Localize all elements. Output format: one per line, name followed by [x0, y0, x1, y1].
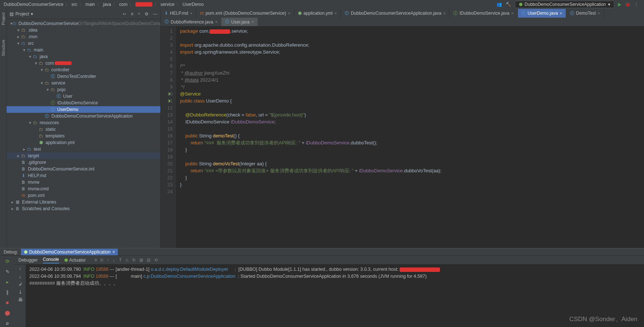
chevron-down-icon[interactable]: ▾: [31, 11, 33, 17]
tree-node[interactable]: ▸🗀.mvn: [7, 33, 160, 40]
editor-subtab[interactable]: ⒸDubboReference.java×: [161, 18, 221, 26]
tree-node[interactable]: ⒸUser: [7, 93, 160, 100]
tree-node[interactable]: ▾🗀resources: [7, 119, 160, 126]
toolbar-icon[interactable]: ⎌: [126, 258, 128, 263]
toolbar-icon[interactable]: ↓: [113, 258, 115, 263]
source-code[interactable]: package com..service; import org.apache.…: [176, 26, 441, 248]
close-icon[interactable]: ×: [334, 11, 336, 15]
tree-node[interactable]: 🗀static: [7, 126, 160, 133]
editor-tab[interactable]: ⒾIDubboDemoService.java×: [450, 9, 518, 18]
tree-node[interactable]: ▸⊞External Libraries: [7, 199, 160, 205]
tree-node[interactable]: 🗎DubboDemoConsumerService.iml: [7, 166, 160, 172]
toolbar-icon[interactable]: ⟲: [154, 258, 158, 263]
close-icon[interactable]: ×: [251, 19, 254, 25]
down-icon[interactable]: ↓: [19, 274, 22, 279]
editor-tab[interactable]: ⒸDemoTest×: [566, 9, 604, 18]
close-icon[interactable]: ×: [112, 249, 115, 255]
rerun-icon[interactable]: ⟳: [3, 257, 11, 265]
breadcrumb-item[interactable]: DubboDemoConsumerService: [4, 2, 63, 7]
editor-tab[interactable]: mpom.xml (DubboDemoConsumerService)×: [196, 9, 294, 18]
project-tree[interactable]: ▾🗀DubboDemoConsumerService D:\Tangbull\W…: [7, 19, 160, 248]
tree-node[interactable]: ▾🗀com: [7, 60, 160, 67]
tree-node[interactable]: 🗀templates: [7, 133, 160, 139]
debug-tab-actuator[interactable]: ⬢Actuator: [64, 258, 86, 263]
project-strip[interactable]: Project: [1, 12, 6, 25]
close-icon[interactable]: ×: [215, 19, 218, 25]
tree-node[interactable]: mpom.xml: [7, 192, 160, 199]
debug-tab-debugger[interactable]: Debugger: [18, 258, 38, 263]
tree-node[interactable]: ▾🗀pojo: [7, 86, 160, 93]
tree-node[interactable]: ⒸDemoTestController: [7, 73, 160, 80]
code-editor[interactable]: 12345678910●11●1213141516171819202122232…: [161, 26, 644, 248]
tree-node[interactable]: ▾🗀main: [7, 47, 160, 53]
tree-node[interactable]: ▾🗀java: [7, 53, 160, 60]
build-icon[interactable]: 🔨: [506, 2, 511, 7]
toolbar-icon[interactable]: ↻: [132, 258, 136, 263]
scroll-end-icon[interactable]: ⤓: [18, 289, 22, 295]
mute-bp-icon[interactable]: ⌀: [3, 319, 11, 327]
breadcrumb-item[interactable]: service: [160, 2, 174, 7]
up-icon[interactable]: ↑: [19, 266, 22, 272]
console-output[interactable]: 2022-04-06 10:35:09.790 INFO 19588 --- […: [26, 265, 644, 327]
editor-subtab[interactable]: ⒸUser.java×: [221, 18, 258, 26]
close-icon[interactable]: ×: [190, 11, 192, 15]
breadcrumb-item[interactable]: [135, 2, 152, 7]
stop-icon[interactable]: ■: [3, 298, 11, 306]
settings-icon[interactable]: ⚙: [145, 11, 149, 17]
breadcrumb[interactable]: DubboDemoConsumerService〉src〉main〉java〉c…: [0, 1, 204, 8]
close-icon[interactable]: ×: [443, 11, 445, 15]
tree-node[interactable]: ▸🗎Scratches and Consoles: [7, 205, 160, 212]
debug-app-tab[interactable]: ⬢ DubboDemoConsumerServiceApplication ×: [21, 249, 118, 255]
editor-tab[interactable]: ⒸDubboDemoConsumerServiceApplication.jav…: [341, 9, 450, 18]
soft-wrap-icon[interactable]: ↲: [18, 281, 22, 287]
tree-node[interactable]: ⒸDubboDemoConsumerServiceApplication: [7, 113, 160, 119]
toolbar-icon[interactable]: ≡: [94, 258, 97, 263]
close-icon[interactable]: ×: [511, 11, 513, 15]
tree-node[interactable]: ▾🗀src: [7, 40, 160, 47]
expand-all-icon[interactable]: ≡: [131, 11, 133, 17]
breadcrumb-item[interactable]: main: [85, 2, 95, 7]
editor-tab[interactable]: ⒸUserDemo.java×: [518, 9, 566, 18]
breadcrumb-item[interactable]: java: [103, 2, 111, 7]
breadcrumb-item[interactable]: com: [119, 2, 128, 7]
tree-node[interactable]: 🗎mvnw.cmd: [7, 186, 160, 192]
breadcrumb-item[interactable]: UserDemo: [182, 2, 203, 7]
toolbar-icon[interactable]: ↑: [107, 258, 109, 263]
run-config-select[interactable]: ⬢ DubboDemoConsumerServiceApplication ▾: [515, 1, 614, 8]
editor-tab[interactable]: ⬇HELP.md×: [161, 9, 196, 18]
tree-node[interactable]: ⬇HELP.md: [7, 172, 160, 179]
pause-icon[interactable]: ∥: [3, 288, 11, 296]
tree-node[interactable]: ▾🗀.idea: [7, 27, 160, 33]
run-icon[interactable]: ▶: [618, 2, 621, 7]
tree-node[interactable]: ⒸUserDemo: [7, 106, 160, 113]
debug-icon[interactable]: 🐞: [625, 2, 630, 7]
gutter[interactable]: 12345678910●11●1213141516171819202122232…: [161, 26, 176, 248]
editor-tab[interactable]: ⬢application.yml×: [294, 9, 341, 18]
tree-node[interactable]: 🗎mvnw: [7, 179, 160, 186]
collapse-all-icon[interactable]: ÷: [138, 11, 140, 17]
more-icon[interactable]: ⋮: [634, 2, 638, 7]
tree-node[interactable]: ▸🗀test: [7, 146, 160, 152]
close-icon[interactable]: ×: [288, 11, 290, 15]
toolbar-icon[interactable]: ⊟: [147, 258, 150, 263]
close-icon[interactable]: ×: [598, 11, 600, 15]
print-icon[interactable]: 🖶: [18, 297, 23, 302]
tree-node[interactable]: ⬢application.yml: [7, 139, 160, 146]
toolbar-icon[interactable]: ⤒: [119, 258, 122, 263]
tree-node[interactable]: ▾🗀service: [7, 80, 160, 86]
people-icon[interactable]: 👥: [496, 2, 502, 7]
modify-icon[interactable]: ✎: [3, 267, 11, 276]
breadcrumb-item[interactable]: src: [72, 2, 77, 7]
close-icon[interactable]: ×: [560, 11, 562, 15]
tree-node[interactable]: ⒾIDubboDemoService: [7, 100, 160, 106]
toolbar-icon[interactable]: ⎘: [101, 258, 103, 263]
select-opened-icon[interactable]: ➳: [123, 11, 126, 17]
tree-node[interactable]: ▾🗀controller: [7, 67, 160, 73]
toolbar-icon[interactable]: ⊞: [139, 258, 143, 263]
debug-tab-console[interactable]: Console: [43, 257, 59, 263]
resume-icon[interactable]: ▸: [3, 278, 11, 286]
tree-node[interactable]: 🗎.gitignore: [7, 159, 160, 166]
tree-node[interactable]: ▸🗀target: [7, 152, 160, 159]
tree-node[interactable]: ▾🗀DubboDemoConsumerService D:\Tangbull\W…: [7, 20, 160, 27]
hide-icon[interactable]: —: [153, 11, 157, 17]
